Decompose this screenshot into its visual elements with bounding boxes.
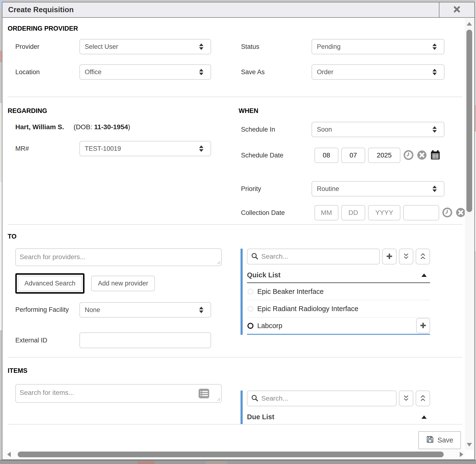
save-as-select[interactable]: Order [311, 64, 444, 80]
to-left-column: TO Advanced Search Add new provider [8, 233, 239, 357]
regarding-heading: REGARDING [8, 107, 239, 115]
collection-date-month-input[interactable] [314, 205, 338, 220]
schedule-in-label: Schedule In [239, 126, 311, 133]
background-page-right-sliver [475, 0, 476, 464]
patient-dob-prefix: (DOB: [74, 123, 94, 131]
provider-quick-list-panel: Quick List Epic Beaker Interface [241, 249, 430, 335]
radio-unselected-icon[interactable] [247, 306, 253, 312]
list-item-label: Epic Radiant Radiology Interface [257, 305, 358, 313]
add-provider-to-list-button[interactable] [382, 249, 397, 264]
scroll-right-icon[interactable] [460, 452, 463, 457]
ordering-provider-heading: ORDERING PROVIDER [8, 25, 465, 32]
schedule-date-month-input[interactable] [314, 148, 338, 163]
performing-facility-select[interactable]: None [79, 302, 211, 318]
item-list-picker-button[interactable] [198, 387, 210, 401]
list-item[interactable]: Epic Beaker Interface [247, 283, 430, 300]
mr-label: MR# [8, 145, 79, 153]
scroll-down-icon[interactable] [467, 443, 472, 446]
due-list-header[interactable]: Due List [247, 413, 430, 424]
plus-icon [419, 322, 427, 330]
radio-selected-icon[interactable] [247, 323, 253, 329]
location-select[interactable]: Office [79, 64, 211, 80]
collection-date-year-input[interactable] [368, 205, 400, 220]
provider-panel-search-input[interactable] [261, 253, 376, 260]
when-heading: WHEN [239, 107, 465, 115]
select-arrows-icon [199, 69, 204, 75]
schedule-date-calendar-button[interactable] [430, 150, 441, 161]
horizontal-scrollbar-thumb[interactable] [18, 452, 444, 457]
item-panel-search [247, 391, 397, 406]
priority-select[interactable]: Routine [311, 181, 444, 196]
quick-list-title: Quick List [247, 271, 281, 279]
items-left-column: ITEMS [8, 367, 239, 424]
patient-summary: Hart, William S.(DOB: 11-30-1954) [8, 123, 239, 131]
scroll-left-icon[interactable] [7, 452, 11, 457]
schedule-date-clear-button[interactable] [417, 150, 427, 161]
clear-circle-icon [456, 207, 465, 218]
advanced-search-button[interactable]: Advanced Search [18, 276, 82, 291]
mr-select[interactable]: TEST-10019 [79, 141, 211, 156]
schedule-in-select[interactable]: Soon [311, 122, 444, 137]
collection-date-label: Collection Date [239, 209, 311, 217]
section-to: TO Advanced Search Add new provider [8, 225, 465, 357]
chevron-double-up-icon [419, 395, 427, 403]
plus-icon [386, 252, 393, 261]
patient-name: Hart, William S. [15, 123, 64, 131]
item-panel-search-input[interactable] [261, 395, 393, 402]
provider-select[interactable]: Select User [79, 39, 211, 54]
quick-list-header[interactable]: Quick List [247, 271, 430, 283]
collection-date-day-input[interactable] [341, 205, 365, 220]
priority-label: Priority [239, 185, 311, 193]
create-requisition-dialog: Create Requisition ORDERING PROVIDER Pro… [2, 2, 475, 460]
when-column: WHEN Schedule In Soon Schedule Date [239, 107, 465, 224]
regarding-column: REGARDING Hart, William S.(DOB: 11-30-19… [8, 107, 239, 224]
performing-facility-label: Performing Facility [8, 305, 79, 315]
external-id-input[interactable] [79, 332, 211, 348]
status-select[interactable]: Pending [311, 39, 444, 54]
collapse-all-button[interactable] [399, 249, 413, 264]
provider-search-input[interactable] [15, 248, 222, 266]
schedule-date-day-input[interactable] [341, 148, 365, 163]
collapse-caret-icon [421, 416, 427, 419]
section-regarding-when: REGARDING Hart, William S.(DOB: 11-30-19… [8, 97, 465, 224]
expand-all-button[interactable] [416, 249, 430, 264]
close-button[interactable] [439, 2, 474, 17]
save-icon [426, 435, 434, 445]
section-ordering-provider: ORDERING PROVIDER Provider Select User S… [8, 18, 465, 97]
background-page-left-sliver [0, 0, 2, 464]
close-icon [453, 5, 461, 14]
list-item-label: Labcorp [257, 322, 282, 330]
vertical-scrollbar[interactable] [465, 18, 474, 450]
items-heading: ITEMS [8, 367, 239, 375]
scroll-up-icon[interactable] [467, 22, 472, 26]
save-button-label: Save [437, 436, 453, 444]
add-selected-provider-button[interactable] [416, 318, 430, 333]
collection-date-clear-button[interactable] [456, 207, 465, 218]
select-arrows-icon [199, 145, 204, 152]
list-item-label: Epic Beaker Interface [257, 288, 324, 296]
select-arrows-icon [199, 307, 204, 313]
vertical-scrollbar-thumb[interactable] [466, 30, 472, 212]
schedule-date-year-input[interactable] [368, 148, 400, 163]
save-as-label: Save As [239, 68, 311, 76]
collection-date-time-input[interactable] [403, 205, 439, 220]
select-arrows-icon [432, 69, 437, 75]
section-items: ITEMS [8, 358, 465, 424]
items-right-column: Due List Complete Metabolic Profile (Blo… [239, 367, 465, 424]
radio-unselected-icon[interactable] [247, 289, 253, 295]
list-item[interactable]: Epic Radiant Radiology Interface [247, 300, 430, 318]
list-item-selected[interactable]: Labcorp [247, 318, 430, 335]
item-search-input[interactable] [15, 384, 222, 403]
clear-circle-icon [417, 150, 427, 161]
quick-list: Epic Beaker Interface Epic Radiant Radio… [247, 283, 430, 335]
select-arrows-icon [432, 44, 437, 50]
collapse-all-button[interactable] [399, 391, 413, 406]
save-button[interactable]: Save [418, 431, 461, 449]
expand-all-button[interactable] [416, 391, 430, 406]
collection-date-time-button[interactable] [442, 207, 453, 218]
add-new-provider-button[interactable]: Add new provider [91, 276, 155, 291]
schedule-date-time-button[interactable] [403, 150, 414, 161]
horizontal-scrollbar[interactable] [2, 450, 465, 459]
scrollbar-corner [465, 450, 474, 459]
collapse-caret-icon [421, 273, 427, 277]
